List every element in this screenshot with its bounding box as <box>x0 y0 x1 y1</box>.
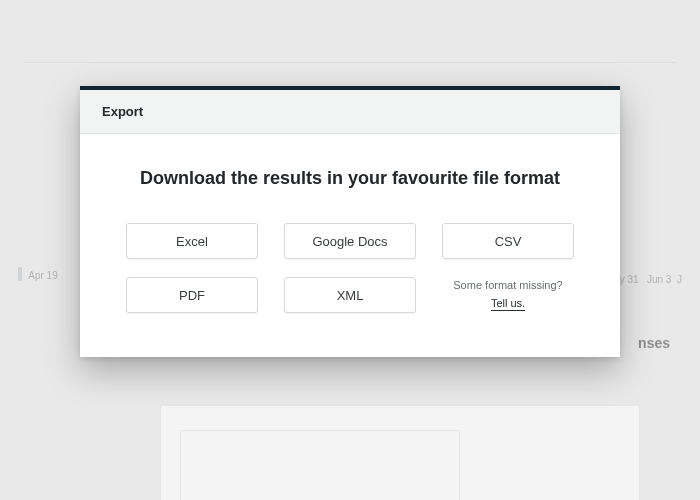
modal-body: Download the results in your favourite f… <box>80 134 620 357</box>
modal-overlay: Export Download the results in your favo… <box>0 0 700 500</box>
missing-format-text: Some format missing? <box>453 279 562 291</box>
format-pdf-button[interactable]: PDF <box>126 277 258 313</box>
format-grid: Excel Google Docs CSV PDF XML Some forma… <box>126 223 574 313</box>
modal-title: Download the results in your favourite f… <box>126 168 574 189</box>
missing-format-prompt: Some format missing? Tell us. <box>442 277 574 312</box>
modal-header: Export <box>80 90 620 134</box>
format-xml-button[interactable]: XML <box>284 277 416 313</box>
export-modal: Export Download the results in your favo… <box>80 86 620 357</box>
tell-us-link[interactable]: Tell us. <box>491 297 525 311</box>
format-googledocs-button[interactable]: Google Docs <box>284 223 416 259</box>
format-excel-button[interactable]: Excel <box>126 223 258 259</box>
format-csv-button[interactable]: CSV <box>442 223 574 259</box>
